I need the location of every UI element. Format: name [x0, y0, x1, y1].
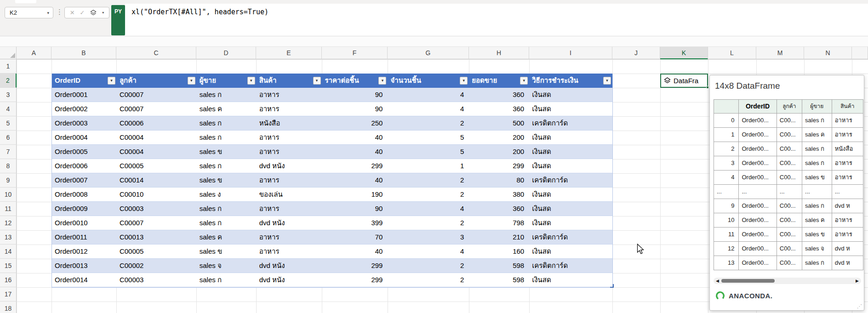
table-cell[interactable]: อาหาร — [257, 173, 322, 188]
table-cell[interactable]: เงินสด — [529, 245, 612, 259]
table-cell[interactable]: sales ค — [197, 102, 257, 116]
table-cell[interactable]: dvd หนัง — [257, 216, 322, 230]
table-cell[interactable]: C00007 — [117, 102, 197, 116]
row-header-16[interactable]: 16 — [0, 273, 17, 287]
table-cell[interactable]: 190 — [322, 188, 388, 202]
table-cell[interactable]: 200 — [469, 131, 529, 145]
filter-button[interactable]: ▾ — [603, 77, 611, 85]
table-cell[interactable]: 500 — [469, 116, 529, 131]
table-header-cell[interactable]: ยอดขาย▾ — [469, 74, 529, 88]
column-header-N[interactable]: N — [804, 47, 852, 59]
table-row[interactable]: Order0009C00003sales กอาหาร904360เงินสด — [52, 202, 612, 216]
table-cell[interactable]: เงินสด — [529, 216, 612, 230]
table-row[interactable]: Order0006C00005sales กdvd หนัง2991299เงิ… — [52, 159, 612, 173]
table-cell[interactable]: เครดิตการ์ด — [529, 116, 612, 131]
table-cell[interactable]: 2 — [388, 173, 469, 188]
table-cell[interactable]: 250 — [322, 116, 388, 131]
scroll-left-icon[interactable]: ◀ — [716, 278, 719, 284]
table-cell[interactable]: C00003 — [117, 202, 197, 216]
dataframe-layers-icon[interactable] — [90, 9, 97, 17]
table-cell[interactable]: dvd หนัง — [257, 273, 322, 287]
row-header-3[interactable]: 3 — [0, 88, 17, 102]
table-cell[interactable]: อาหาร — [257, 245, 322, 259]
filter-button[interactable]: ▾ — [378, 77, 386, 85]
table-cell[interactable]: 4 — [388, 88, 469, 102]
table-header-cell[interactable]: วิธีการชำระเงิน▾ — [529, 74, 612, 88]
column-header-L[interactable]: L — [708, 47, 756, 59]
table-resize-handle[interactable] — [610, 284, 614, 288]
table-cell[interactable]: C00010 — [117, 188, 197, 202]
table-cell[interactable]: 40 — [322, 245, 388, 259]
table-cell[interactable]: C00014 — [117, 173, 197, 188]
row-header-9[interactable]: 9 — [0, 173, 17, 188]
table-cell[interactable]: Order0001 — [52, 88, 117, 102]
table-cell[interactable]: 40 — [322, 131, 388, 145]
table-cell[interactable]: อาหาร — [257, 202, 322, 216]
table-row[interactable]: Order0011C00013sales คอาหาร703210เครดิตก… — [52, 230, 612, 245]
table-cell[interactable]: 80 — [469, 173, 529, 188]
column-header-H[interactable]: H — [469, 47, 529, 59]
column-header-F[interactable]: F — [322, 47, 388, 59]
select-all-corner[interactable] — [0, 47, 17, 59]
row-header-6[interactable]: 6 — [0, 131, 17, 145]
table-cell[interactable]: Order0002 — [52, 102, 117, 116]
table-cell[interactable]: อาหาร — [257, 230, 322, 245]
table-cell[interactable]: เครดิตการ์ด — [529, 173, 612, 188]
more-options-icon[interactable]: ⋮ — [56, 8, 63, 16]
table-cell[interactable]: sales ก — [197, 216, 257, 230]
table-cell[interactable]: 598 — [469, 273, 529, 287]
table-cell[interactable]: sales จ — [197, 259, 257, 273]
table-cell[interactable]: Order0012 — [52, 245, 117, 259]
table-cell[interactable]: C00007 — [117, 216, 197, 230]
row-header-13[interactable]: 13 — [0, 230, 17, 245]
table-cell[interactable]: C00007 — [117, 88, 197, 102]
filter-button[interactable]: ▾ — [460, 77, 468, 85]
table-cell[interactable]: 2 — [388, 216, 469, 230]
table-cell[interactable]: C00005 — [117, 245, 197, 259]
row-header-7[interactable]: 7 — [0, 145, 17, 159]
column-header-C[interactable]: C — [116, 47, 196, 59]
confirm-icon[interactable]: ✓ — [80, 10, 85, 16]
column-header-A[interactable]: A — [17, 47, 51, 59]
table-cell[interactable]: 399 — [322, 216, 388, 230]
table-cell[interactable]: 40 — [322, 145, 388, 159]
table-cell[interactable]: 2 — [388, 116, 469, 131]
table-cell[interactable]: เงินสด — [529, 273, 612, 287]
selected-cell-k2[interactable]: DataFra — [660, 74, 708, 88]
table-cell[interactable]: 70 — [322, 230, 388, 245]
table-cell[interactable]: sales ก — [197, 88, 257, 102]
table-cell[interactable]: 90 — [322, 202, 388, 216]
row-header-15[interactable]: 15 — [0, 259, 17, 273]
column-header-G[interactable]: G — [388, 47, 469, 59]
fill-handle[interactable] — [706, 86, 709, 89]
table-cell[interactable]: 299 — [322, 273, 388, 287]
table-row[interactable]: Order0013C00002sales จdvd หนัง2992598เคร… — [52, 259, 612, 273]
table-cell[interactable]: เครดิตการ์ด — [529, 259, 612, 273]
name-box[interactable]: K2 ▾ — [5, 7, 53, 18]
table-cell[interactable]: 1 — [388, 159, 469, 173]
table-cell[interactable]: 380 — [469, 188, 529, 202]
table-cell[interactable]: Order0008 — [52, 188, 117, 202]
table-row[interactable]: Order0014C00003sales กdvd หนัง2992598เงิ… — [52, 273, 612, 287]
row-header-5[interactable]: 5 — [0, 116, 17, 131]
table-header-cell[interactable]: ผู้ขาย▾ — [197, 74, 257, 88]
table-cell[interactable]: sales ก — [197, 273, 257, 287]
table-cell[interactable]: 2 — [388, 273, 469, 287]
table-cell[interactable]: 40 — [322, 173, 388, 188]
table-header-cell[interactable]: สินค้า▾ — [257, 74, 322, 88]
table-cell[interactable]: 90 — [322, 102, 388, 116]
table-cell[interactable]: เครดิตการ์ด — [529, 230, 612, 245]
table-row[interactable]: Order0005C00004sales ขอาหาร405200เงินสด — [52, 145, 612, 159]
row-header-1[interactable]: 1 — [0, 59, 17, 74]
cancel-icon[interactable]: ✕ — [70, 10, 75, 16]
table-cell[interactable]: 3 — [388, 230, 469, 245]
table-cell[interactable]: หนังสือ — [257, 116, 322, 131]
filter-button[interactable]: ▾ — [108, 77, 115, 85]
table-cell[interactable]: C00004 — [117, 131, 197, 145]
chevron-down-icon[interactable]: ▾ — [47, 11, 49, 15]
table-cell[interactable]: อาหาร — [257, 102, 322, 116]
table-header-cell[interactable]: ลูกค้า▾ — [117, 74, 197, 88]
table-cell[interactable]: sales ก — [197, 131, 257, 145]
column-header-J[interactable]: J — [612, 47, 660, 59]
table-cell[interactable]: เงินสด — [529, 188, 612, 202]
